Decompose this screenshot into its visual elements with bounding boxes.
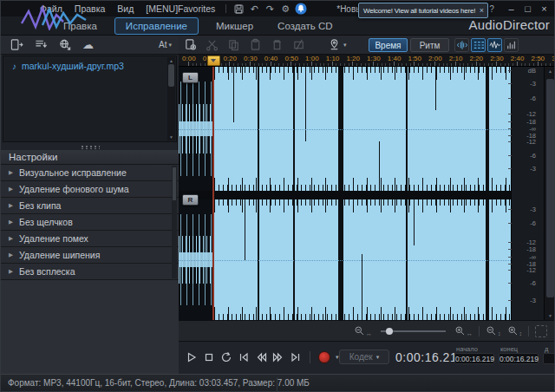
tooltip-text: Welcome! View all tutorial videos here! (359, 7, 476, 15)
settings-list-item[interactable]: ▶ Удаление помех (1, 231, 179, 247)
fast-forward-button[interactable] (272, 351, 284, 363)
file-list-item[interactable]: ♪ markul-худший-друг.mp3 (3, 56, 176, 71)
transport-bar: ▾ Кодек ▾ 0:00:16.219 начало 0:00:16.219… (179, 341, 555, 374)
vertical-scrollbar[interactable]: ▲ ▼ (544, 67, 555, 320)
menu-item[interactable]: Вид (111, 1, 140, 16)
cut-icon[interactable] (206, 38, 219, 52)
waveform-content[interactable]: L R (179, 67, 511, 320)
expand-triangle-icon[interactable]: ▶ (9, 219, 13, 225)
zoom-out-horizontal-icon[interactable]: ↔ (354, 325, 372, 336)
text-size-control[interactable]: At ▾ (159, 40, 172, 49)
view-toggle-button[interactable]: Время (369, 38, 408, 52)
scrollbar-thumb[interactable] (546, 79, 554, 297)
fit-to-window-icon[interactable] (535, 325, 547, 337)
zoom-in-vertical-icon[interactable]: ↕ (507, 325, 523, 336)
expand-triangle-icon[interactable]: ▶ (9, 169, 13, 176)
module-tab[interactable]: Микшер (204, 18, 265, 34)
loop-button[interactable] (220, 351, 232, 363)
settings-list-item[interactable]: ▶ Удаление шипения (1, 247, 179, 264)
settings-scrollbar[interactable] (172, 166, 177, 278)
close-button[interactable]: × (536, 3, 552, 14)
time-field-value[interactable]: 0: (543, 353, 555, 364)
go-to-end-button[interactable] (290, 351, 302, 363)
maximize-button[interactable]: □ (519, 3, 536, 14)
download-sound-icon[interactable] (58, 38, 74, 51)
spectrum-view-icon[interactable] (504, 38, 519, 52)
panel-divider[interactable] (1, 144, 179, 150)
right-channel-badge[interactable]: R (182, 194, 199, 206)
waveform-channel-left[interactable] (179, 67, 511, 191)
file-list-scrollbar[interactable]: ▲ ▼ (167, 57, 175, 140)
db-scale-label: -12 (516, 139, 536, 145)
go-to-start-button[interactable] (238, 351, 250, 363)
undo-icon[interactable]: ↶ (247, 2, 261, 16)
import-file-icon[interactable] (10, 38, 25, 51)
tooltip-close-icon[interactable]: × (476, 6, 487, 15)
settings-list-item[interactable]: ▶ Без всплеска (1, 264, 179, 280)
brand-logo-text: AudioDirector (469, 17, 550, 32)
zoom-in-horizontal-icon[interactable]: ↔ (454, 325, 473, 336)
zero-db-line (179, 129, 511, 130)
left-channel-badge[interactable]: L (182, 72, 199, 83)
time-field: начало 0:00:16.219 (454, 345, 494, 364)
record-button[interactable] (318, 351, 330, 363)
scroll-up-icon[interactable]: ▲ (167, 58, 175, 63)
redo-icon[interactable]: ↷ (263, 2, 277, 16)
scrollbar-thumb[interactable] (168, 64, 174, 87)
settings-gear-icon[interactable]: ⚙ (278, 2, 292, 16)
play-button[interactable] (186, 351, 198, 363)
marker-control[interactable]: ▾ (328, 38, 347, 52)
waveform-view-icon[interactable] (487, 38, 502, 52)
timeline-ruler[interactable]: 0:000:100:200:300:400:501:001:101:201:30… (179, 55, 555, 67)
record-options-chevron-icon[interactable]: ▾ (336, 354, 339, 361)
time-field-value[interactable]: 0:00:16.219 (454, 353, 494, 364)
adjust-properties-icon[interactable] (184, 38, 198, 52)
playhead-marker-flag[interactable] (207, 56, 220, 66)
settings-item-label: Без клипа (19, 200, 61, 211)
trim-icon[interactable] (292, 38, 306, 52)
delete-icon[interactable] (271, 38, 284, 52)
module-tab[interactable]: Исправление (114, 17, 199, 35)
view-toggle-button[interactable]: Ритм (410, 38, 449, 52)
scroll-down-icon[interactable]: ▼ (545, 313, 555, 318)
zoom-out-vertical-icon[interactable]: ↕ (486, 325, 501, 336)
scroll-down-icon[interactable]: ▼ (167, 134, 175, 140)
db-scale-label: -∞ (516, 126, 536, 132)
menu-item[interactable]: [MENU]Favorites (140, 1, 221, 16)
settings-list-item[interactable]: ▶ Без щелчков (1, 214, 179, 231)
waveform-channel-right[interactable] (179, 199, 511, 320)
codec-button[interactable]: Кодек ▾ (339, 350, 389, 364)
settings-list-item[interactable]: ▶ Удаление фонового шума (1, 181, 179, 198)
time-field-value[interactable]: 0:00:16.219 (499, 353, 539, 364)
settings-list: ▶ Визуальное исправление ▶ Удаление фоно… (1, 165, 179, 280)
expand-triangle-icon[interactable]: ▶ (9, 202, 13, 209)
notification-bell-icon[interactable] (294, 2, 308, 16)
grip-handle[interactable] (81, 146, 100, 149)
rewind-button[interactable] (255, 351, 267, 363)
status-segment-divider (277, 377, 278, 391)
stretch-view-icon[interactable] (454, 38, 469, 52)
module-tab[interactable]: Создать CD (265, 18, 345, 34)
expand-triangle-icon[interactable]: ▶ (9, 186, 13, 193)
time-rhythm-toggle: ВремяРитм (369, 38, 449, 52)
chevron-down-icon[interactable]: ▾ (343, 42, 347, 49)
scroll-up-icon[interactable]: ▲ (545, 69, 555, 74)
expand-triangle-icon[interactable]: ▶ (9, 268, 13, 275)
minimize-button[interactable]: – (503, 3, 519, 14)
stop-button[interactable] (203, 351, 215, 363)
zoom-controls-bar: ↔ ↔ ↕ ↕ (179, 320, 555, 341)
import-batch-icon[interactable] (34, 38, 49, 51)
copy-icon[interactable] (227, 38, 241, 52)
scrollbar-thumb[interactable] (173, 167, 176, 200)
settings-list-item[interactable]: ▶ Без клипа (1, 198, 179, 214)
settings-list-item[interactable]: ▶ Визуальное исправление (1, 165, 179, 181)
save-icon[interactable] (232, 2, 245, 16)
cloud-icon[interactable]: ☁ (82, 38, 98, 51)
expand-triangle-icon[interactable]: ▶ (9, 252, 13, 258)
multitrack-view-icon[interactable] (471, 38, 486, 52)
expand-triangle-icon[interactable]: ▶ (9, 235, 13, 242)
zoom-slider[interactable] (381, 330, 446, 332)
zoom-slider-handle[interactable] (386, 328, 393, 335)
chevron-down-icon: ▾ (376, 354, 380, 361)
paste-icon[interactable] (249, 38, 263, 52)
